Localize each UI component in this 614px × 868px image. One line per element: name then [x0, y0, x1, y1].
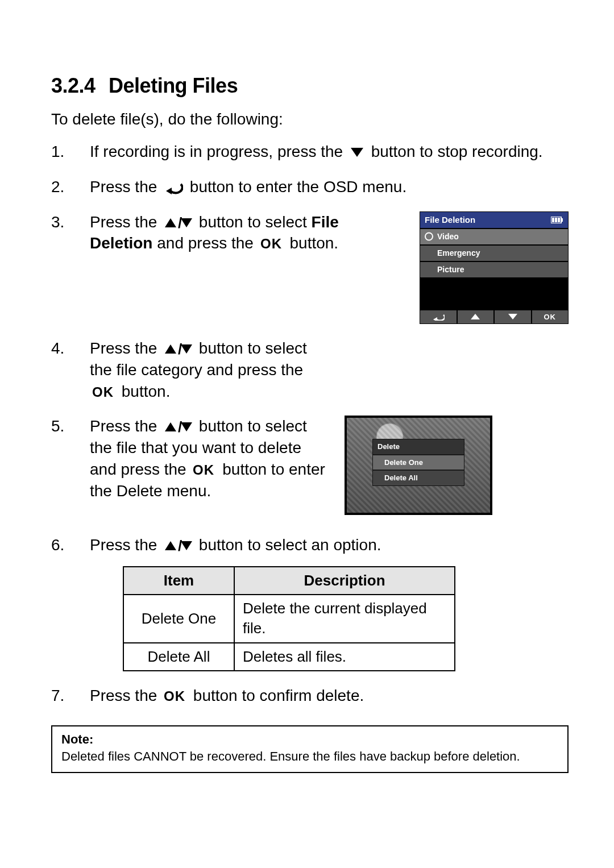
svg-marker-22	[165, 541, 176, 550]
step-6: Press the / button to select an option. …	[51, 534, 569, 671]
svg-text:OK: OK	[92, 384, 114, 400]
osd-title-bar: File Deletion	[420, 212, 568, 228]
back-arrow-icon	[164, 180, 183, 196]
delete-menu-item-one: Delete One	[373, 454, 464, 470]
note-body: Deleted files CANNOT be recovered. Ensur…	[61, 749, 558, 764]
figure-delete-menu: Delete Delete One Delete All	[345, 416, 492, 515]
svg-marker-11	[433, 317, 437, 321]
svg-text:OK: OK	[260, 236, 282, 251]
step-4-text-a: Press the	[90, 339, 157, 357]
svg-text:/: /	[178, 341, 182, 357]
delete-menu-item-all: Delete All	[373, 470, 464, 485]
osd-foot-ok-label: OK	[544, 312, 557, 322]
radio-dot-icon	[425, 232, 433, 241]
osd-item-emergency: Emergency	[420, 244, 568, 261]
step-5-text-a: Press the	[90, 417, 157, 435]
svg-text:OK: OK	[164, 688, 185, 704]
osd-footer: OK	[420, 309, 568, 324]
note-box: Note: Deleted files CANNOT be recovered.…	[51, 725, 569, 773]
svg-marker-4	[181, 218, 192, 227]
step-3-text-b: button to select	[199, 213, 307, 231]
step-3-text-d: and press the	[157, 234, 254, 252]
up-down-triangle-icon: /	[164, 341, 192, 357]
section-title: Deleting Files	[109, 74, 238, 97]
ok-icon: OK	[260, 236, 283, 252]
up-down-triangle-icon: /	[164, 419, 192, 435]
figure-file-deletion-osd: File Deletion Video Emergency	[420, 211, 569, 324]
osd-blank-row	[420, 277, 568, 293]
svg-rect-9	[555, 218, 557, 222]
osd-foot-down-icon	[495, 310, 532, 324]
steps-list: If recording is in progress, press the b…	[51, 141, 569, 706]
svg-marker-0	[351, 148, 363, 157]
osd-foot-up-icon	[458, 310, 495, 324]
osd-item-video: Video	[420, 228, 568, 244]
ok-icon: OK	[164, 688, 186, 704]
step-3: Press the / button to select File Deleti…	[51, 211, 569, 324]
table-head-desc: Description	[234, 567, 455, 595]
svg-marker-2	[165, 218, 176, 227]
svg-marker-14	[165, 344, 176, 354]
osd-item-picture: Picture	[420, 261, 568, 277]
svg-text:/: /	[178, 215, 182, 231]
osd-title-text: File Deletion	[425, 214, 475, 226]
svg-marker-18	[165, 422, 176, 431]
osd-foot-ok: OK	[532, 310, 569, 324]
svg-rect-10	[558, 218, 560, 222]
battery-icon	[551, 217, 563, 223]
table-row: Delete One Delete the current displayed …	[123, 595, 455, 642]
up-down-triangle-icon: /	[164, 538, 192, 554]
svg-marker-1	[166, 188, 172, 194]
step-2: Press the button to enter the OSD menu.	[51, 176, 569, 198]
note-heading: Note:	[61, 732, 558, 747]
step-7-text-b: button to confirm delete.	[193, 687, 364, 704]
intro-text: To delete file(s), do the following:	[51, 110, 569, 128]
svg-text:OK: OK	[193, 462, 214, 477]
osd-foot-back-icon	[420, 310, 458, 324]
osd-item-label: Picture	[437, 265, 464, 274]
down-triangle-icon	[350, 144, 364, 160]
table-cell-desc: Deletes all files.	[234, 643, 455, 671]
table-cell-item: Delete All	[123, 643, 234, 671]
step-2-text-b: button to enter the OSD menu.	[190, 178, 406, 196]
delete-menu-title: Delete	[373, 439, 464, 454]
osd-item-label: Emergency	[437, 248, 480, 258]
step-1-text-a: If recording is in progress, press the	[90, 143, 343, 160]
table-row: Delete All Deletes all files.	[123, 643, 455, 671]
osd-blank-row	[420, 293, 568, 309]
step-3-text-e: button.	[289, 234, 338, 252]
manual-page: 3.2.4 Deleting Files To delete file(s), …	[0, 0, 614, 868]
table-cell-item: Delete One	[123, 595, 234, 642]
svg-text:/: /	[178, 419, 182, 435]
ok-icon: OK	[92, 384, 115, 400]
section-heading: 3.2.4 Deleting Files	[51, 74, 569, 98]
step-6-text-b: button to select an option.	[199, 536, 381, 554]
step-6-text-a: Press the	[90, 536, 157, 554]
step-2-text-a: Press the	[90, 178, 157, 196]
svg-marker-24	[181, 541, 192, 550]
step-4: Press the / button to select the file ca…	[51, 338, 569, 402]
svg-text:/: /	[178, 538, 182, 554]
step-4-text-c: button.	[122, 383, 171, 400]
step-3-text-a: Press the	[90, 213, 157, 231]
section-number: 3.2.4	[51, 74, 96, 97]
svg-marker-16	[181, 344, 192, 354]
step-7-text-a: Press the	[90, 687, 157, 704]
svg-marker-20	[181, 422, 192, 431]
ok-icon: OK	[193, 462, 215, 478]
up-down-triangle-icon: /	[164, 215, 192, 231]
table-head-item: Item	[123, 567, 234, 595]
svg-marker-12	[471, 314, 480, 319]
options-table: Item Description Delete One Delete the c…	[123, 566, 455, 671]
step-1-text-b: button to stop recording.	[371, 143, 543, 160]
svg-marker-13	[508, 314, 517, 319]
svg-rect-7	[561, 218, 563, 222]
table-cell-desc: Delete the current displayed file.	[234, 595, 455, 642]
step-1: If recording is in progress, press the b…	[51, 141, 569, 163]
osd-item-label: Video	[437, 232, 459, 241]
step-5: Press the / button to select the file th…	[51, 416, 569, 515]
step-7: Press the OK button to confirm delete.	[51, 685, 569, 707]
svg-rect-8	[552, 218, 554, 222]
